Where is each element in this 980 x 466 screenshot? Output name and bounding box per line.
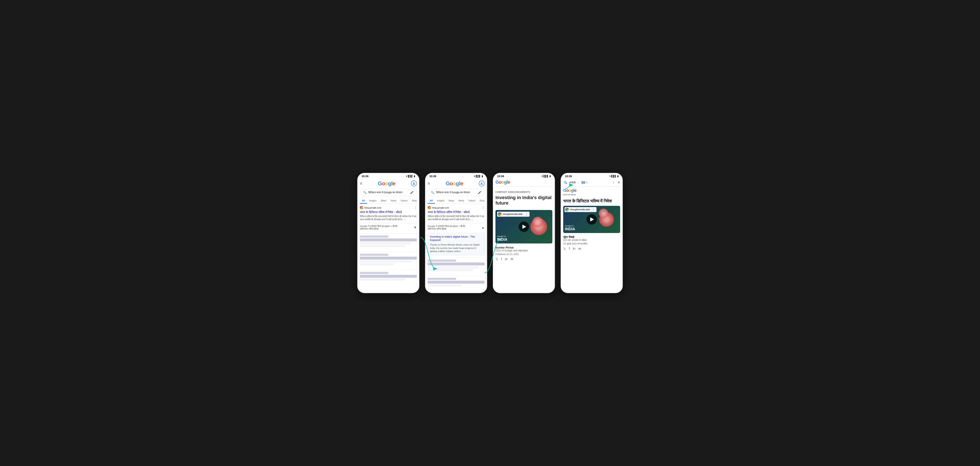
hamburger-icon-2[interactable]: ≡ (428, 181, 430, 186)
tabs-1: All Images Maps News Videos Shopp… (360, 198, 417, 204)
linkedin-icon-3[interactable]: in (505, 257, 508, 261)
g-favicon-1: G (360, 206, 363, 209)
google-for-india-3: Google for INDIA (497, 235, 508, 242)
tab-videos-2[interactable]: Videos (466, 198, 477, 204)
search-text-2: डिजिटल भारत में Google का योगदान (436, 191, 476, 194)
article-thumbnail-3[interactable]: #GoogleForIndia 2020 ⋮ Google for INDIA (495, 210, 552, 243)
play-button-4[interactable] (587, 214, 597, 225)
blurred-result-1c (360, 270, 417, 283)
tabs-2: All Images Maps News Videos Shopp… (428, 198, 485, 204)
hamburger-icon-1[interactable]: ≡ (360, 181, 363, 186)
tab-news-2[interactable]: News (456, 198, 466, 204)
header-close-4[interactable]: ✕ (617, 180, 620, 184)
time-4: 10:26 (565, 175, 572, 178)
phone-4: 10:26 ▾ ▌▌▌ ▮ अंग्रेज़ी → हिंदी (560, 173, 623, 294)
expanded-link-2[interactable]: Investing in India's digital future - Th… (430, 235, 482, 242)
result-snippet-2: डिजिटल इंडिया के लिए प्रधानमंत्री मोदी क… (428, 215, 485, 221)
blurred-result-1b (360, 252, 417, 267)
translate-sub-2[interactable]: ओरिजनल नतीजा छिपाएं (428, 227, 465, 230)
battery-icon-3: ▮ (549, 175, 550, 178)
status-bar-3: 10:26 ▾ ▌▌▌ ▮ (493, 173, 555, 179)
g-favicon-2: G (428, 206, 431, 209)
author-name-3: Sundar Pichai (495, 246, 552, 249)
result-domain-1: blog.google.com (364, 207, 382, 209)
tab-maps-1[interactable]: Maps (379, 198, 388, 204)
lang-arrow-4: → (577, 181, 580, 184)
wifi-icon-4: ▾ (609, 175, 611, 178)
tab-videos-1[interactable]: Videos (399, 198, 410, 204)
hindi-author-title-4: गूगल और अल्फाबेट के सीईओ (563, 239, 620, 242)
translate-text-1: Google ने ट्रांसलेट किया (English > हिन्… (360, 225, 398, 227)
mic-icon-1[interactable]: 🎤 (410, 191, 414, 194)
wifi-icon-2: ▾ (474, 175, 475, 178)
email-icon-3[interactable]: ✉ (511, 257, 513, 261)
search-text-1: डिजिटल भारत में Google का योगदान (368, 191, 409, 194)
lang-to-4[interactable]: हिंदी (581, 181, 585, 184)
wifi-icon-3: ▾ (542, 175, 543, 178)
avatar-2[interactable] (479, 180, 485, 186)
article-thumbnail-4[interactable]: #GoogleForIndia 2020 ⋮ Google for INDIA (563, 206, 620, 233)
status-bar-4: 10:26 ▾ ▌▌▌ ▮ (561, 173, 623, 179)
mic-icon-2[interactable]: 🎤 (478, 191, 481, 194)
email-icon-4[interactable]: ✉ (578, 247, 581, 251)
phone-2: 10:26 ▾ ▌▌▌ ▮ ≡ Google (425, 173, 487, 294)
expand-icon-1[interactable]: ▼ (414, 226, 417, 229)
result-title-1[interactable]: भारत के डिजिटल भविष्य में निवेश - कीवर्ड (360, 210, 417, 214)
time-3: 10:26 (497, 175, 504, 178)
google-header-2: ≡ Google (428, 179, 485, 189)
translate-icon-4 (563, 180, 568, 185)
status-bar-2: 10:26 ▾ ▌▌▌ ▮ (425, 173, 487, 179)
article-title-3: Investing in India's digital future (495, 195, 552, 206)
time-2: 10:26 (430, 175, 436, 178)
play-button-3[interactable] (519, 221, 529, 232)
translate-sub-1[interactable]: ओरिजनल नतीजा छिपाएं (360, 227, 398, 230)
result-menu-2[interactable]: ⋮ (482, 206, 485, 209)
header-menu-4[interactable]: ⋮ (612, 180, 615, 184)
article-meta-3: Sundar Pichai CEO of Google and Alphabet… (495, 246, 552, 261)
dropdown-arrow-4[interactable]: ▾ (587, 181, 587, 184)
tab-shop-1[interactable]: Shopp… (410, 198, 417, 204)
twitter-icon-3[interactable]: 𝕏 (495, 257, 498, 261)
facebook-icon-4[interactable]: f (569, 247, 570, 251)
tab-images-2[interactable]: Images (435, 198, 447, 204)
google-logo-4: Google (563, 188, 620, 193)
expanded-result-2: Investing in India's digital future - Th… (428, 233, 485, 255)
result-source-1: G blog.google.com ⋮ (360, 206, 417, 209)
signal-icon-3: ▌▌▌ (544, 175, 549, 177)
google-logo-1: Google (378, 180, 395, 187)
tab-all-1[interactable]: All (360, 198, 367, 204)
result-menu-1[interactable]: ⋮ (414, 206, 417, 209)
video-badge-4: #GoogleForIndia 2020 ⋮ (565, 207, 597, 212)
tab-maps-2[interactable]: Maps (447, 198, 456, 204)
search-icon-1: 🔍 (363, 191, 367, 194)
result-source-2: G blog.google.com ⋮ (428, 206, 485, 209)
tab-images-1[interactable]: Images (367, 198, 379, 204)
pub-date-3: Published Jul 13, 2020 (495, 253, 552, 255)
google-for-india-4: Google for INDIA (565, 225, 575, 231)
linkedin-icon-4[interactable]: in (573, 247, 575, 251)
result-card-2: G blog.google.com ⋮ भारत के डिजिटल भविष्… (428, 206, 485, 255)
search-bar-2[interactable]: 🔍 डिजिटल भारत में Google का योगदान 🎤 (428, 189, 485, 196)
phone-1: 10:26 ▾ ▌▌▌ ▮ ≡ Google (357, 173, 420, 294)
phone-3: 10:26 ▾ ▌▌▌ ▮ Google COMPANY ANNOUNCEMEN… (493, 173, 555, 294)
hindi-date-4: 13 जुलाई 2020 को प्रकाशित (563, 242, 620, 245)
google-logo-2: Google (445, 180, 463, 187)
time-1: 10:26 (361, 175, 368, 178)
result-card-1: G blog.google.com ⋮ भारत के डिजिटल भविष्… (360, 206, 417, 231)
facebook-icon-3[interactable]: f (501, 257, 502, 261)
blurred-result-2a (428, 258, 485, 274)
wifi-icon: ▾ (406, 175, 407, 178)
tab-all-2[interactable]: All (428, 198, 435, 204)
search-bar-1[interactable]: 🔍 डिजिटल भारत में Google का योगदान 🎤 (360, 189, 417, 196)
twitter-icon-4[interactable]: 𝕏 (563, 247, 566, 251)
phones-wrapper: 10:26 ▾ ▌▌▌ ▮ ≡ Google (357, 173, 623, 294)
expand-icon-2[interactable]: ▲ (481, 226, 485, 229)
result-title-2[interactable]: भारत के डिजिटल भविष्य में निवेश - कीवर्ड (428, 210, 485, 214)
avatar-1[interactable] (411, 180, 417, 186)
tab-news-1[interactable]: News (388, 198, 399, 204)
svg-point-1 (481, 182, 482, 183)
translate-bar-2: Google ने ट्रांसलेट किया (English > हिन्… (428, 223, 485, 231)
tab-shop-2[interactable]: Shopp… (477, 198, 485, 204)
expanded-snippet-2: Thanks to Prime Minister Modi's vision f… (430, 243, 482, 253)
translate-text-2: Google ने ट्रांसलेट किया (English > हिन्… (428, 225, 465, 227)
